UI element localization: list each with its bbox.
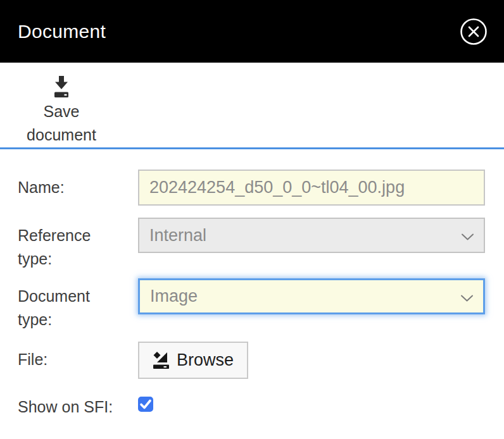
- document-type-select[interactable]: Image: [138, 278, 485, 314]
- download-save-icon: [15, 76, 108, 100]
- save-document-button[interactable]: Save document: [15, 76, 108, 147]
- browse-button[interactable]: Browse: [138, 342, 248, 379]
- chevron-down-icon: [461, 226, 474, 245]
- toolbar: Save document: [0, 63, 504, 149]
- file-row: File: Browse: [18, 342, 485, 379]
- reference-type-row: Reference type: Internal: [18, 218, 485, 271]
- document-form: Name: Reference type: Internal: [0, 149, 504, 419]
- show-on-sfi-row: Show on SFI:: [18, 395, 485, 419]
- document-type-selected-value: Image: [150, 287, 198, 306]
- document-dialog: Document: [0, 0, 504, 439]
- dialog-title: Document: [18, 21, 106, 42]
- circle-x-icon: [460, 18, 488, 46]
- checkmark-icon: [138, 397, 153, 412]
- name-label: Name:: [18, 170, 138, 199]
- chevron-down-icon: [460, 287, 474, 306]
- dialog-header: Document: [0, 0, 504, 63]
- browse-button-label: Browse: [177, 350, 234, 370]
- name-row: Name:: [18, 170, 485, 206]
- reference-type-select[interactable]: Internal: [138, 218, 485, 253]
- show-on-sfi-label: Show on SFI:: [18, 395, 138, 419]
- document-type-row: Document type: Image: [18, 278, 485, 331]
- save-label-line2: document: [15, 123, 108, 147]
- file-import-icon: [153, 351, 170, 369]
- close-button[interactable]: [459, 17, 488, 46]
- document-type-label: Document type:: [18, 278, 138, 331]
- name-input[interactable]: [138, 170, 485, 206]
- save-label-line1: Save: [15, 100, 108, 123]
- reference-type-selected-value: Internal: [149, 226, 206, 245]
- file-label: File:: [18, 342, 138, 371]
- reference-type-label: Reference type:: [18, 218, 138, 271]
- show-on-sfi-checkbox[interactable]: [138, 397, 153, 412]
